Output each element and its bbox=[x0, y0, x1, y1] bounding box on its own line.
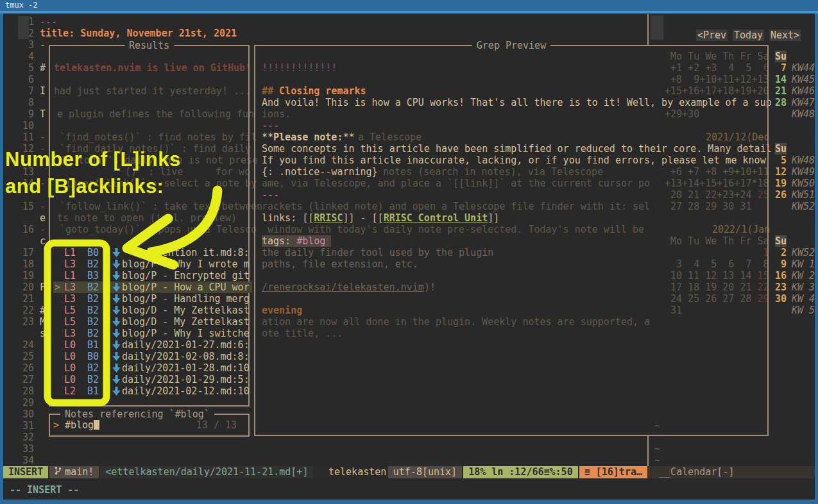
result-row[interactable]: >L3B2blog/P - How a CPU wor bbox=[53, 281, 252, 293]
line-number: 20 bbox=[15, 281, 34, 293]
statusline-segment-text: utf-8[unix] bbox=[393, 466, 457, 478]
text-span: ~ bbox=[654, 443, 660, 455]
result-label: blog/P - Why I wrote m bbox=[122, 258, 250, 270]
text-span: KW44 bbox=[792, 62, 815, 74]
result-row[interactable]: L2B1daily/2021-02-12.md:10 bbox=[53, 385, 252, 397]
statusline-segment-text: INSERT bbox=[8, 466, 43, 478]
line-number: 2 bbox=[15, 28, 34, 39]
text-line: 19 bbox=[775, 178, 787, 189]
text-line: - bbox=[40, 131, 46, 143]
result-row[interactable]: L1B3blog/P - Encrypted git bbox=[53, 270, 252, 281]
calendar-today-button[interactable]: Today bbox=[733, 29, 764, 41]
text-span: KW48 bbox=[792, 108, 815, 120]
text-line: KW 2 bbox=[792, 270, 815, 281]
result-row[interactable]: L3B2blog/P - Why I wrote m bbox=[53, 258, 252, 270]
text-line: KW49 bbox=[792, 166, 815, 178]
backlinks-count: B2 bbox=[87, 258, 99, 270]
text-span: KW 3 bbox=[792, 281, 815, 293]
line-number: 10 bbox=[15, 120, 34, 131]
line-number: 23 bbox=[15, 316, 34, 328]
result-row[interactable]: L0B1daily/2021-01-27.md:6: bbox=[53, 339, 252, 351]
links-count: L0 bbox=[64, 374, 76, 385]
calendar-next-button[interactable]: Next> bbox=[769, 29, 801, 41]
result-row[interactable]: L5B2blog/D - My Zettelkast bbox=[53, 316, 252, 328]
result-row[interactable]: L5B2blog/D - My Zettelkast bbox=[53, 305, 252, 316]
statusline-left: INSERTmain!<ettelkasten/daily/2021-11-21… bbox=[3, 466, 313, 478]
result-label: i mention it.md:8: bbox=[145, 247, 250, 258]
line-number: 18 bbox=[15, 258, 34, 270]
text-span: 21 bbox=[775, 85, 787, 97]
result-label: blog/P - Encrypted git bbox=[122, 270, 250, 281]
prompt-window: Notes referencing `#blog` > #blog 13 / 1… bbox=[49, 414, 250, 437]
text-span: - bbox=[40, 201, 46, 212]
text-line: KW51 bbox=[792, 189, 815, 201]
text-line: 2 bbox=[775, 247, 787, 258]
text-span: ~ bbox=[654, 455, 660, 466]
text-span: M bbox=[40, 316, 46, 328]
text-span: KW45 bbox=[792, 74, 815, 85]
text-span: 28 bbox=[775, 97, 787, 108]
text-line: 21 bbox=[775, 85, 787, 97]
annotation-line-1: Number of [L]inks bbox=[5, 146, 181, 173]
links-count: L5 bbox=[64, 305, 76, 316]
note-title-line: title: Sunday, November 21st, 2021 bbox=[40, 28, 237, 39]
text-span: 26 bbox=[775, 189, 787, 201]
text-line: 26 bbox=[775, 189, 787, 201]
text-span: Su bbox=[775, 235, 787, 247]
calendar-prev-button[interactable]: <Prev bbox=[696, 29, 728, 41]
result-row[interactable]: L0B2daily/2021-01-29.md:5: bbox=[53, 374, 252, 385]
text-line: F bbox=[40, 281, 46, 293]
text-line: 16 bbox=[775, 270, 787, 281]
text-span: KW 5 bbox=[792, 305, 815, 316]
text-line: # bbox=[40, 62, 46, 74]
result-label: daily/2021-01-28.md:10 bbox=[122, 362, 250, 374]
window-titlebar: tmux -2 bbox=[0, 0, 818, 11]
terminal-screen: <Prev Today Next> ---title: Sunday, Nove… bbox=[3, 13, 815, 500]
line-number: 33 bbox=[15, 443, 34, 455]
text-span: KW46 bbox=[792, 85, 815, 97]
line-number: 28 bbox=[15, 385, 34, 397]
annotation-line-2: and [B]acklinks: bbox=[5, 173, 181, 200]
calendar-cursor-block bbox=[651, 15, 663, 40]
result-row[interactable]: L0B0daily/2021-02-08.md:8: bbox=[53, 351, 252, 362]
text-line: KW47 bbox=[792, 97, 815, 108]
text-span: 2 bbox=[775, 247, 787, 258]
text-line: KW 4 bbox=[792, 293, 815, 305]
text-span: # bbox=[40, 305, 46, 316]
line-number: 34 bbox=[15, 455, 34, 466]
prompt-caret: > bbox=[53, 419, 59, 431]
text-span: # bbox=[40, 62, 46, 74]
text-span: KW52 bbox=[792, 201, 815, 212]
text-line: - bbox=[40, 224, 46, 235]
result-row[interactable]: L3B2blog/P - Handling merg bbox=[53, 293, 252, 305]
text-line: 28 bbox=[775, 97, 787, 108]
window-separator-top bbox=[647, 14, 649, 45]
line-number: 6 bbox=[15, 74, 34, 85]
text-span: s bbox=[40, 328, 46, 339]
result-row[interactable]: L1B0i mention it.md:8: bbox=[53, 247, 252, 258]
backlinks-count: B2 bbox=[87, 293, 99, 305]
line-number: 29 bbox=[15, 397, 34, 408]
prompt-search-input[interactable]: #blog bbox=[65, 419, 94, 431]
text-span: 19 bbox=[775, 178, 787, 189]
line-number: 17 bbox=[15, 247, 34, 258]
line-number: 1 bbox=[15, 16, 34, 28]
statusline-right: utf-8[unix]18% ln :12/66≡%:50≡ [16]tra… bbox=[388, 466, 647, 478]
statusline-segment: INSERT bbox=[3, 466, 48, 478]
text-line: c bbox=[40, 235, 46, 247]
result-row[interactable]: L0B2daily/2021-01-28.md:10 bbox=[53, 362, 252, 374]
result-row[interactable]: L3B2blog/P - Why I switche bbox=[53, 328, 252, 339]
line-number: 25 bbox=[15, 351, 34, 362]
line-number: 24 bbox=[15, 339, 34, 351]
text-span: KW 4 bbox=[792, 293, 815, 305]
text-line: KW44 bbox=[792, 62, 815, 74]
text-span: 23 bbox=[775, 281, 787, 293]
text-line: KW50 bbox=[792, 178, 815, 189]
text-line: Su bbox=[775, 235, 787, 247]
text-line: KW46 bbox=[792, 85, 815, 97]
preview-window: Grep Preview bbox=[254, 45, 769, 436]
text-line: Su bbox=[775, 51, 787, 62]
result-label: blog/P - Handling merg bbox=[122, 293, 250, 305]
statusline-segment-text: <ettelkasten/daily/2021-11-21.md[+] bbox=[105, 466, 308, 478]
text-span: KW51 bbox=[792, 189, 815, 201]
